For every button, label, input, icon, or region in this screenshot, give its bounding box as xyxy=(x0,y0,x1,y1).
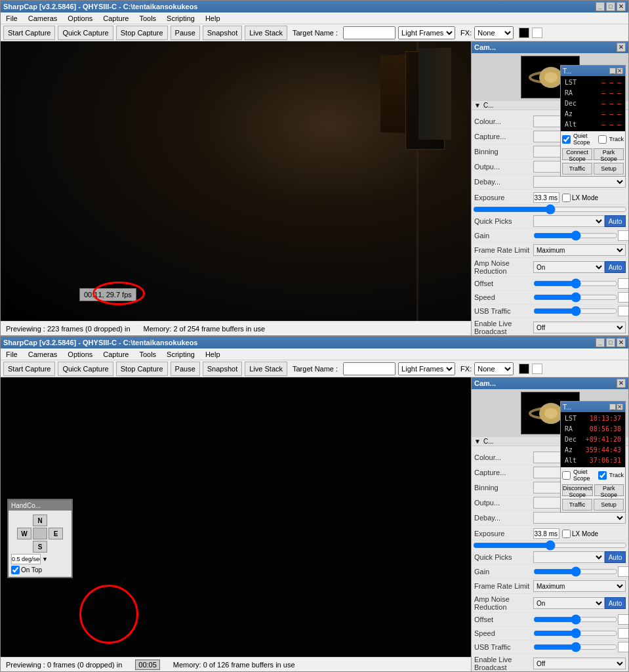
minimize-btn-top[interactable]: _ xyxy=(596,2,605,11)
lx-mode-check-bottom[interactable] xyxy=(562,530,571,538)
live-stack-btn-bottom[interactable]: Live Stack xyxy=(245,362,287,376)
target-name-input-top[interactable] xyxy=(343,26,396,39)
menu-options-bottom[interactable]: Options xyxy=(65,350,95,358)
panel-close-top[interactable]: ✕ xyxy=(617,43,626,52)
gain-input-bottom[interactable] xyxy=(618,566,628,577)
quick-picks-select-bottom[interactable] xyxy=(533,551,605,563)
frame-type-select-bottom[interactable]: Light Frames xyxy=(398,362,455,375)
menu-cameras-bottom[interactable]: Cameras xyxy=(26,350,60,358)
menu-options-top[interactable]: Options xyxy=(65,14,95,22)
quiet-scope-check-top[interactable] xyxy=(562,135,571,144)
exposure-slider-top[interactable] xyxy=(473,205,627,214)
menu-tools-top[interactable]: Tools xyxy=(136,14,159,22)
gain-slider-top[interactable] xyxy=(533,231,618,240)
gain-slider-bottom[interactable] xyxy=(533,567,618,576)
quiet-scope-check-bottom[interactable] xyxy=(562,471,571,480)
stop-capture-btn-top[interactable]: Stop Capture xyxy=(116,26,168,40)
amp-noise-select-bottom[interactable]: On xyxy=(533,597,605,609)
quick-picks-auto-btn-bottom[interactable]: Auto xyxy=(605,551,626,563)
cam-arrow-bottom: ▼ xyxy=(474,438,481,445)
minimize-btn-bottom[interactable]: _ xyxy=(596,338,605,347)
usb-traffic-slider-bottom[interactable] xyxy=(533,642,618,652)
tele-min-top[interactable]: _ xyxy=(609,68,616,74)
lx-mode-check-top[interactable] xyxy=(562,194,571,202)
connect-scope-btn-top[interactable]: ConnectScope xyxy=(562,148,592,160)
offset-input-bottom[interactable] xyxy=(618,614,628,625)
quick-capture-btn-top[interactable]: Quick Capture xyxy=(58,26,113,40)
amp-noise-auto-btn-bottom[interactable]: Auto xyxy=(605,597,626,609)
exposure-input-bottom[interactable] xyxy=(533,528,559,539)
park-scope-btn-bottom[interactable]: ParkScope xyxy=(594,484,624,496)
stop-capture-btn-bottom[interactable]: Stop Capture xyxy=(116,362,168,376)
traffic-btn-top[interactable]: Traffic xyxy=(562,163,592,175)
menu-tools-bottom[interactable]: Tools xyxy=(136,350,159,358)
close-btn-top[interactable]: ✕ xyxy=(617,2,626,11)
live-stack-btn-top[interactable]: Live Stack xyxy=(245,26,287,40)
menu-file-top[interactable]: File xyxy=(3,14,20,22)
start-capture-btn-top[interactable]: Start Capture xyxy=(3,26,55,40)
speed-slider-bottom[interactable] xyxy=(533,629,618,638)
quick-picks-select-top[interactable] xyxy=(533,215,605,227)
menu-capture-bottom[interactable]: Capture xyxy=(100,350,131,358)
usb-traffic-slider-top[interactable] xyxy=(533,306,618,316)
exposure-row-bottom: Exposure LX Mode xyxy=(472,527,628,541)
pause-btn-bottom[interactable]: Pause xyxy=(171,362,200,376)
frame-rate-select-top[interactable]: Maximum xyxy=(533,244,626,256)
track-check-top[interactable] xyxy=(598,135,607,144)
usb-traffic-input-top[interactable] xyxy=(618,306,628,316)
menu-help-top[interactable]: Help xyxy=(203,14,223,22)
setup-btn-bottom[interactable]: Setup xyxy=(594,499,624,511)
quick-capture-btn-bottom[interactable]: Quick Capture xyxy=(58,362,113,376)
menu-scripting-top[interactable]: Scripting xyxy=(164,14,197,22)
frame-rate-select-bottom[interactable]: Maximum xyxy=(533,580,626,592)
maximize-btn-bottom[interactable]: □ xyxy=(606,338,615,347)
offset-slider-top[interactable] xyxy=(533,279,618,288)
hc-north-btn[interactable]: N xyxy=(33,514,47,526)
menu-help-bottom[interactable]: Help xyxy=(203,350,223,358)
speed-input-bottom[interactable] xyxy=(618,628,628,639)
target-name-input-bottom[interactable] xyxy=(343,362,396,375)
snapshot-btn-top[interactable]: Snapshot xyxy=(203,26,242,40)
quick-picks-auto-btn-top[interactable]: Auto xyxy=(605,215,626,227)
frame-type-select-top[interactable]: Light Frames xyxy=(398,26,455,39)
tele-close-bottom[interactable]: ✕ xyxy=(617,404,623,410)
fx-select-bottom[interactable]: None xyxy=(474,362,514,375)
exposure-input-top[interactable] xyxy=(533,192,559,203)
hc-east-btn[interactable]: E xyxy=(49,528,63,539)
exposure-slider-bottom[interactable] xyxy=(473,541,627,550)
amp-noise-auto-btn-top[interactable]: Auto xyxy=(605,261,626,273)
fx-select-top[interactable]: None xyxy=(474,26,514,39)
offset-input-top[interactable] xyxy=(618,278,628,289)
setup-btn-top[interactable]: Setup xyxy=(594,163,624,175)
snapshot-btn-bottom[interactable]: Snapshot xyxy=(203,362,242,376)
live-broadcast-select-top[interactable]: Off xyxy=(533,322,626,333)
maximize-btn-top[interactable]: □ xyxy=(606,2,615,11)
menu-capture-top[interactable]: Capture xyxy=(100,14,131,22)
traffic-btn-bottom[interactable]: Traffic xyxy=(562,499,592,511)
hc-south-btn[interactable]: S xyxy=(33,541,47,553)
disconnect-scope-btn-bottom[interactable]: DisconnectScope xyxy=(562,484,593,496)
speed-input-top[interactable] xyxy=(618,292,628,303)
debayer-select-top[interactable] xyxy=(533,176,626,188)
amp-noise-select-top[interactable]: On xyxy=(533,261,605,273)
menu-scripting-bottom[interactable]: Scripting xyxy=(164,350,197,358)
panel-close-bottom[interactable]: ✕ xyxy=(617,379,626,388)
debayer-select-bottom[interactable] xyxy=(533,512,626,524)
park-scope-btn-top[interactable]: ParkScope xyxy=(594,148,624,160)
close-btn-bottom[interactable]: ✕ xyxy=(617,338,626,347)
tele-close-top[interactable]: ✕ xyxy=(617,68,623,74)
hc-speed-input-bottom[interactable] xyxy=(11,554,41,564)
hc-ontop-check-bottom[interactable] xyxy=(11,566,20,574)
gain-input-top[interactable] xyxy=(618,230,628,241)
menu-file-bottom[interactable]: File xyxy=(3,350,20,358)
start-capture-btn-bottom[interactable]: Start Capture xyxy=(3,362,55,376)
speed-slider-top[interactable] xyxy=(533,293,618,302)
live-broadcast-select-bottom[interactable]: Off xyxy=(533,658,626,669)
tele-min-bottom[interactable]: _ xyxy=(609,404,616,410)
offset-slider-bottom[interactable] xyxy=(533,615,618,624)
track-check-bottom[interactable] xyxy=(598,471,607,480)
hc-west-btn[interactable]: W xyxy=(17,528,31,539)
menu-cameras-top[interactable]: Cameras xyxy=(26,14,60,22)
pause-btn-top[interactable]: Pause xyxy=(171,26,200,40)
usb-traffic-input-bottom[interactable] xyxy=(618,642,628,652)
